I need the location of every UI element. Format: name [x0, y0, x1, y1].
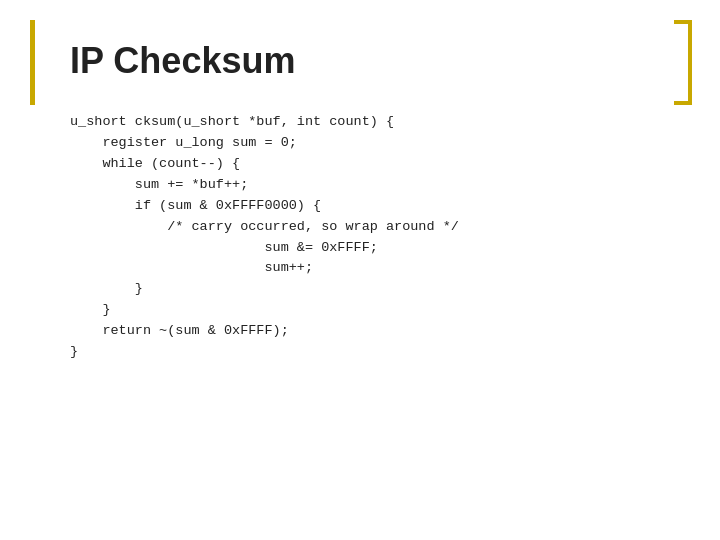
code-line-6: /* carry occurred, so wrap around */	[70, 217, 670, 238]
code-line-7: sum &= 0xFFFF;	[70, 238, 670, 259]
code-line-1: u_short cksum(u_short *buf, int count) {	[70, 112, 670, 133]
code-line-8: sum++;	[70, 258, 670, 279]
code-line-2: register u_long sum = 0;	[70, 133, 670, 154]
slide: IP Checksum u_short cksum(u_short *buf, …	[0, 0, 720, 540]
code-line-9: }	[70, 279, 670, 300]
slide-title: IP Checksum	[70, 40, 670, 82]
code-line-12: }	[70, 342, 670, 363]
code-line-4: sum += *buf++;	[70, 175, 670, 196]
code-line-5: if (sum & 0xFFFF0000) {	[70, 196, 670, 217]
left-accent-bar	[30, 20, 35, 105]
code-line-10: }	[70, 300, 670, 321]
code-block: u_short cksum(u_short *buf, int count) {…	[70, 112, 670, 363]
code-line-3: while (count--) {	[70, 154, 670, 175]
code-line-11: return ~(sum & 0xFFFF);	[70, 321, 670, 342]
right-accent-bracket	[674, 20, 692, 105]
